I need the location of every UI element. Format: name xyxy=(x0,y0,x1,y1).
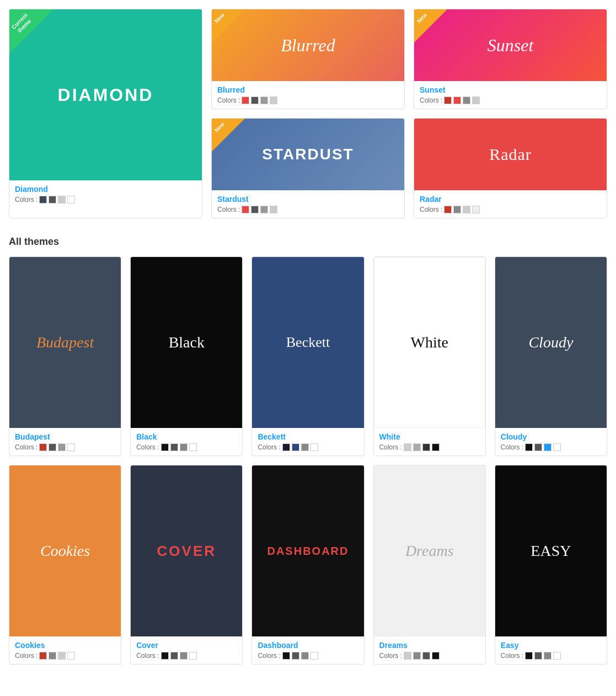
theme-card-dreams[interactable]: Dreams Dreams Colors : xyxy=(373,465,486,665)
color-swatch xyxy=(413,443,421,451)
theme-colors-white: Colors : xyxy=(379,443,480,451)
color-swatch xyxy=(161,652,169,660)
theme-card-beckett[interactable]: Beckett Beckett Colors : xyxy=(251,256,364,456)
color-swatch xyxy=(58,443,66,451)
theme-card-sunset[interactable]: New Sunset Sunset Colors : xyxy=(414,9,607,109)
badge-new-sunset: New xyxy=(414,9,447,42)
color-swatch xyxy=(544,652,551,660)
theme-name-blurred: Blurred xyxy=(217,85,399,94)
theme-colors-cloudy: Colors : xyxy=(501,443,601,451)
all-themes-grid: Budapest Budapest Colors : Black Black xyxy=(9,256,607,665)
color-swatch xyxy=(422,443,430,451)
badge-new-stardust: New xyxy=(212,119,245,152)
theme-title-easy: EASY xyxy=(531,542,571,560)
color-swatch xyxy=(413,652,421,660)
theme-card-cookies[interactable]: Cookies Cookies Colors : xyxy=(9,465,121,665)
theme-preview-diamond: Currenttheme DIAMOND xyxy=(9,9,202,180)
theme-info-cookies: Cookies Colors : xyxy=(9,636,121,664)
theme-title-cloudy: Cloudy xyxy=(528,334,573,351)
color-swatch xyxy=(251,97,259,104)
color-swatch xyxy=(67,443,75,451)
theme-card-cover[interactable]: COVER Cover Colors : xyxy=(130,465,243,665)
theme-preview-blurred: New Blurred xyxy=(212,9,404,81)
badge-current-diamond: Currenttheme xyxy=(9,9,53,53)
theme-title-black: Black xyxy=(169,334,205,351)
theme-colors-radar: Colors : xyxy=(420,206,601,213)
theme-preview-dreams: Dreams xyxy=(374,465,485,636)
theme-name-beckett: Beckett xyxy=(258,432,358,441)
theme-preview-sunset: New Sunset xyxy=(414,9,607,81)
theme-preview-cloudy: Cloudy xyxy=(495,257,607,428)
theme-info-dashboard: Dashboard Colors : xyxy=(252,636,363,664)
color-swatch xyxy=(534,652,542,660)
theme-info-white: White Colors : xyxy=(374,428,485,456)
color-swatch xyxy=(444,97,452,104)
theme-preview-budapest: Budapest xyxy=(9,257,121,428)
theme-card-easy[interactable]: EASY Easy Colors : xyxy=(495,465,607,665)
color-swatch xyxy=(553,443,561,451)
theme-colors-budapest: Colors : xyxy=(15,443,115,451)
color-swatch xyxy=(472,206,480,213)
theme-colors-easy: Colors : xyxy=(501,652,601,660)
color-swatch xyxy=(463,97,470,104)
theme-card-budapest[interactable]: Budapest Budapest Colors : xyxy=(9,256,121,456)
theme-name-budapest: Budapest xyxy=(15,432,115,441)
theme-info-stardust: Stardust Colors : xyxy=(212,190,404,218)
theme-preview-stardust: New STARDUST xyxy=(212,119,404,190)
theme-title-diamond: DIAMOND xyxy=(58,85,154,105)
theme-preview-cover: COVER xyxy=(131,465,242,636)
color-swatch xyxy=(553,652,561,660)
theme-info-blurred: Blurred Colors : xyxy=(212,81,404,109)
theme-card-white[interactable]: White White Colors : xyxy=(373,256,486,456)
theme-card-dashboard[interactable]: DASHBOARD Dashboard Colors : xyxy=(251,465,364,665)
color-swatch xyxy=(292,443,299,451)
color-swatch xyxy=(67,196,75,204)
theme-card-diamond[interactable]: Currenttheme DIAMOND Diamond Colors : xyxy=(9,9,202,218)
theme-preview-black: Black xyxy=(131,257,242,428)
theme-preview-white: White xyxy=(374,257,485,428)
theme-card-radar[interactable]: Radar Radar Colors : xyxy=(414,118,607,218)
theme-title-dreams: Dreams xyxy=(405,542,454,560)
theme-info-beckett: Beckett Colors : xyxy=(252,428,363,456)
theme-preview-dashboard: DASHBOARD xyxy=(252,465,363,636)
color-swatch xyxy=(260,206,268,213)
theme-colors-blurred: Colors : xyxy=(217,97,399,104)
theme-title-blurred: Blurred xyxy=(281,35,335,56)
theme-card-black[interactable]: Black Black Colors : xyxy=(130,256,243,456)
theme-name-sunset: Sunset xyxy=(420,85,601,94)
theme-colors-dashboard: Colors : xyxy=(258,652,358,660)
theme-card-blurred[interactable]: New Blurred Blurred Colors : xyxy=(211,9,405,109)
color-swatch xyxy=(310,443,318,451)
theme-title-stardust: STARDUST xyxy=(262,146,353,163)
color-swatch xyxy=(432,443,440,451)
theme-name-cookies: Cookies xyxy=(15,641,115,650)
color-swatch xyxy=(49,196,56,204)
theme-preview-cookies: Cookies xyxy=(9,465,121,636)
color-swatch xyxy=(453,206,461,213)
color-swatch xyxy=(189,652,197,660)
theme-name-dreams: Dreams xyxy=(379,641,480,650)
color-swatch xyxy=(270,97,277,104)
color-swatch xyxy=(49,443,56,451)
theme-card-stardust[interactable]: New STARDUST Stardust Colors : xyxy=(211,118,405,218)
theme-colors-sunset: Colors : xyxy=(420,97,601,104)
theme-colors-diamond: Colors : xyxy=(15,196,196,204)
color-swatch xyxy=(39,443,47,451)
theme-info-sunset: Sunset Colors : xyxy=(414,81,607,109)
color-swatch xyxy=(310,652,318,660)
theme-card-cloudy[interactable]: Cloudy Cloudy Colors : xyxy=(495,256,607,456)
color-swatch xyxy=(58,196,66,204)
color-swatch xyxy=(444,206,452,213)
theme-title-radar: Radar xyxy=(489,145,532,164)
theme-info-cover: Cover Colors : xyxy=(131,636,242,664)
badge-new-blurred: New xyxy=(212,9,245,42)
theme-title-beckett: Beckett xyxy=(286,334,330,351)
theme-title-cover: COVER xyxy=(157,543,216,560)
color-swatch xyxy=(170,443,178,451)
theme-info-diamond: Diamond Colors : xyxy=(9,180,202,208)
theme-colors-beckett: Colors : xyxy=(258,443,358,451)
theme-info-easy: Easy Colors : xyxy=(495,636,607,664)
theme-name-dashboard: Dashboard xyxy=(258,641,358,650)
color-swatch xyxy=(292,652,299,660)
theme-title-white: White xyxy=(410,334,448,351)
